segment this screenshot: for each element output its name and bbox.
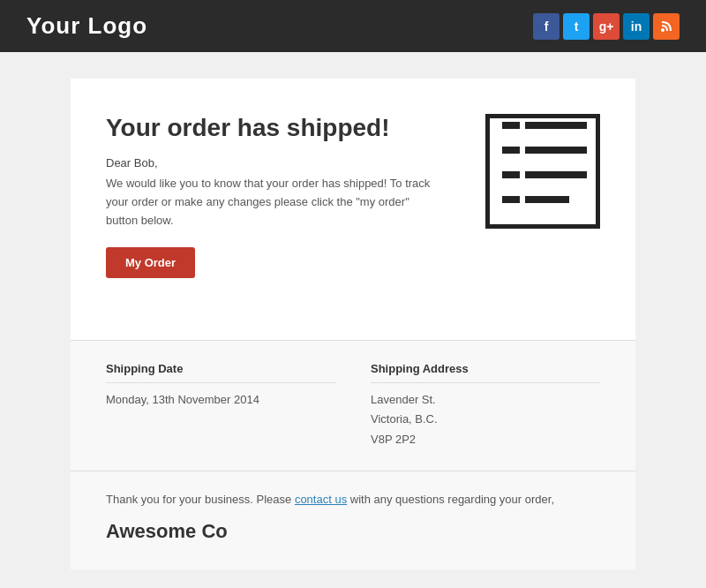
icon-line-short — [502, 122, 520, 129]
thankyou-text: Thank you for your business. Please cont… — [106, 493, 600, 506]
shipping-address-value: Lavender St. Victoria, B.C. V8P 2P2 — [371, 390, 600, 449]
icon-line-short — [502, 147, 520, 154]
body-text: We would like you to know that your orde… — [106, 175, 441, 230]
icon-line-long — [525, 147, 587, 154]
icon-line-short — [502, 196, 520, 203]
shipping-date-col: Shipping Date Monday, 13th November 2014 — [106, 362, 335, 449]
greeting-text: Dear Bob, — [106, 156, 441, 170]
shipping-address-label: Shipping Address — [371, 362, 600, 383]
icon-row-1 — [502, 122, 587, 138]
content-box: Your order has shipped! Dear Bob, We wou… — [71, 79, 635, 340]
shipped-section: Your order has shipped! Dear Bob, We wou… — [106, 114, 600, 278]
order-illustration — [485, 114, 600, 229]
icon-line-long — [525, 122, 587, 129]
logo: Your Logo — [26, 12, 147, 40]
contact-us-link[interactable]: contact us — [295, 493, 347, 506]
site-header: Your Logo f t g+ in — [0, 0, 706, 52]
icon-row-3 — [502, 171, 587, 187]
social-icons-group: f t g+ in — [533, 13, 680, 40]
page-title: Your order has shipped! — [106, 114, 441, 142]
twitter-icon[interactable]: t — [563, 13, 590, 40]
icon-line-short — [502, 171, 520, 178]
shipping-details: Shipping Date Monday, 13th November 2014… — [71, 340, 635, 470]
icon-row-4 — [502, 196, 569, 212]
shipping-date-value: Monday, 13th November 2014 — [106, 390, 335, 410]
thankyou-section: Thank you for your business. Please cont… — [71, 471, 635, 569]
svg-point-0 — [661, 28, 665, 32]
shipping-date-label: Shipping Date — [106, 362, 335, 383]
icon-row-2 — [502, 147, 587, 162]
google-plus-icon[interactable]: g+ — [593, 13, 620, 40]
linkedin-icon[interactable]: in — [623, 13, 650, 40]
icon-line-medium — [525, 196, 569, 203]
shipped-text: Your order has shipped! Dear Bob, We wou… — [106, 114, 441, 278]
facebook-icon[interactable]: f — [533, 13, 560, 40]
shipping-address-col: Shipping Address Lavender St. Victoria, … — [371, 362, 600, 449]
icon-line-long — [525, 171, 587, 178]
company-name: Awesome Co — [106, 520, 600, 543]
rss-icon[interactable] — [653, 13, 680, 40]
shipping-grid: Shipping Date Monday, 13th November 2014… — [106, 362, 600, 449]
my-order-button[interactable]: My Order — [106, 247, 195, 278]
main-wrapper: Your order has shipped! Dear Bob, We wou… — [0, 52, 706, 588]
